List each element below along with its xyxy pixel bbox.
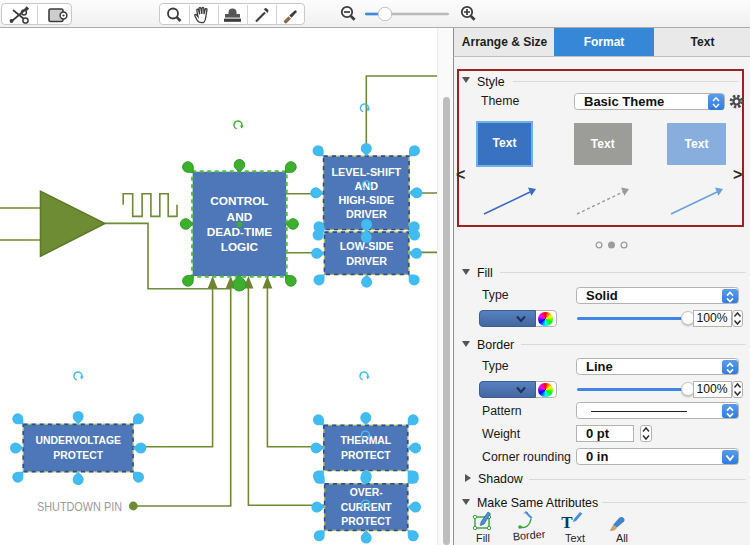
svg-text:THERMAL: THERMAL	[340, 435, 391, 446]
svg-text:UNDERVOLTAGE: UNDERVOLTAGE	[35, 435, 121, 446]
svg-text:AND: AND	[227, 210, 253, 224]
svg-text:SHUTDOWN PIN: SHUTDOWN PIN	[37, 500, 122, 514]
svg-text:HIGH-SIDE: HIGH-SIDE	[338, 194, 394, 206]
svg-text:PROTECT: PROTECT	[341, 450, 391, 461]
svg-text:LEVEL-SHIFT: LEVEL-SHIFT	[332, 166, 402, 178]
svg-text:LOGIC: LOGIC	[221, 240, 259, 254]
svg-text:PROTECT: PROTECT	[53, 450, 103, 461]
svg-text:PROTECT: PROTECT	[341, 516, 391, 527]
svg-text:OVER-: OVER-	[350, 487, 383, 498]
svg-text:CONTROL: CONTROL	[210, 194, 268, 208]
svg-text:DRIVER: DRIVER	[346, 255, 387, 267]
svg-text:T: T	[561, 513, 573, 532]
svg-text:CURRENT: CURRENT	[341, 502, 392, 513]
svg-text:DRIVER: DRIVER	[346, 208, 387, 220]
